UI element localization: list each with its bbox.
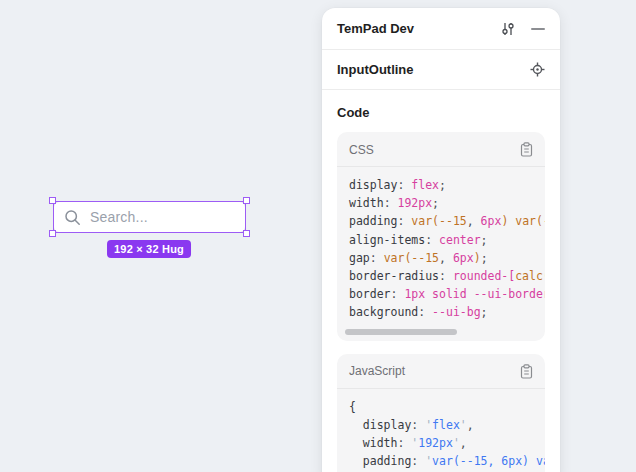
css-code: display: flex;width: 192px;padding: var(… [337,167,545,324]
css-block-label: CSS [349,143,374,157]
minimize-icon [531,22,545,36]
javascript-code-block: JavaScript { display: 'flex', width: '19… [337,354,545,472]
locate-node-button[interactable] [530,62,545,77]
panel-header: TemPad Dev [322,8,560,50]
panel-title: TemPad Dev [337,21,414,36]
settings-sliders-button[interactable] [500,21,516,37]
sliders-icon [500,21,516,37]
javascript-code: { display: 'flex', width: '192px', paddi… [337,389,545,472]
search-placeholder-text: Search... [90,209,148,225]
css-scrollbar-thumb[interactable] [345,329,457,335]
selected-node-name: InputOutline [337,62,414,77]
javascript-block-header: JavaScript [337,354,545,389]
tempad-dev-panel: TemPad Dev InputOutline [322,8,560,472]
minimize-button[interactable] [531,22,545,36]
clipboard-icon [520,142,533,157]
css-horizontal-scrollbar [343,329,539,335]
javascript-block-label: JavaScript [349,364,405,378]
copy-javascript-button[interactable] [520,364,533,379]
clipboard-icon [520,364,533,379]
copy-css-button[interactable] [520,142,533,157]
dimensions-badge: 192 × 32 Hug [107,240,191,258]
selected-node-row: InputOutline [322,50,560,90]
crosshair-target-icon [530,62,545,77]
css-code-block: CSS display: flex;width: 192px;padding: … [337,132,545,341]
search-input-component[interactable]: Search... [53,201,246,233]
code-section-title: Code [337,105,545,120]
panel-body: Code CSS display: flex;width: 192px;padd… [322,90,560,472]
css-block-header: CSS [337,132,545,167]
search-icon [64,209,81,226]
